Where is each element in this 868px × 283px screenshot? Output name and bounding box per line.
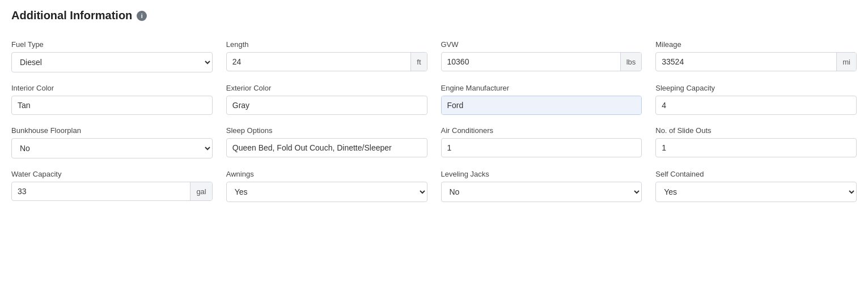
bunkhouse-floorplan-field: Bunkhouse Floorplan No Yes xyxy=(11,126,213,158)
self-contained-label: Self Contained xyxy=(655,170,857,178)
leveling-jacks-select-wrapper: No Yes xyxy=(441,182,642,202)
engine-manufacturer-field: Engine Manufacturer xyxy=(441,84,642,115)
info-icon[interactable]: i xyxy=(137,11,147,21)
length-input[interactable] xyxy=(227,53,411,71)
slide-outs-field: No. of Slide Outs xyxy=(655,126,857,158)
water-capacity-input[interactable] xyxy=(12,182,190,200)
sleep-options-input-wrapper xyxy=(226,138,427,157)
fuel-type-field: Fuel Type Diesel Gas Electric Propane xyxy=(11,40,213,72)
bunkhouse-floorplan-select[interactable]: No Yes xyxy=(12,139,212,158)
water-capacity-unit: gal xyxy=(190,182,211,200)
leveling-jacks-select[interactable]: No Yes xyxy=(442,182,642,201)
length-field: Length ft xyxy=(226,40,427,72)
air-conditioners-input[interactable] xyxy=(442,139,642,157)
mileage-input-wrapper: mi xyxy=(655,52,857,71)
gvw-unit: lbs xyxy=(620,53,642,71)
sleeping-capacity-field: Sleeping Capacity xyxy=(655,84,857,115)
self-contained-select[interactable]: Yes No xyxy=(656,182,856,201)
sleeping-capacity-label: Sleeping Capacity xyxy=(655,84,857,92)
slide-outs-label: No. of Slide Outs xyxy=(655,126,857,135)
slide-outs-input[interactable] xyxy=(656,139,856,157)
sleep-options-label: Sleep Options xyxy=(226,126,427,135)
interior-color-field: Interior Color xyxy=(11,84,213,115)
gvw-field: GVW lbs xyxy=(441,40,642,72)
awnings-select-wrapper: Yes No xyxy=(226,182,427,202)
awnings-select[interactable]: Yes No xyxy=(227,182,427,201)
exterior-color-input[interactable] xyxy=(227,96,427,114)
additional-information-section: Additional Information i Fuel Type Diese… xyxy=(0,0,868,211)
air-conditioners-field: Air Conditioners xyxy=(441,126,642,158)
sleep-options-input[interactable] xyxy=(227,139,427,157)
interior-color-input-wrapper xyxy=(11,96,213,115)
sleep-options-field: Sleep Options xyxy=(226,126,427,158)
leveling-jacks-label: Leveling Jacks xyxy=(441,170,642,178)
leveling-jacks-field: Leveling Jacks No Yes xyxy=(441,170,642,202)
gvw-input[interactable] xyxy=(442,53,620,71)
mileage-field: Mileage mi xyxy=(655,40,857,72)
self-contained-select-wrapper: Yes No xyxy=(655,182,857,202)
length-input-wrapper: ft xyxy=(226,52,427,71)
exterior-color-field: Exterior Color xyxy=(226,84,427,115)
sleeping-capacity-input-wrapper xyxy=(655,96,857,115)
mileage-unit: mi xyxy=(836,53,856,71)
form-grid: Fuel Type Diesel Gas Electric Propane Le… xyxy=(11,40,857,202)
bunkhouse-floorplan-label: Bunkhouse Floorplan xyxy=(11,126,213,135)
bunkhouse-floorplan-select-wrapper: No Yes xyxy=(11,138,213,158)
air-conditioners-input-wrapper xyxy=(441,138,642,157)
water-capacity-label: Water Capacity xyxy=(11,170,213,178)
engine-manufacturer-input[interactable] xyxy=(442,96,642,114)
fuel-type-label: Fuel Type xyxy=(11,40,213,49)
interior-color-input[interactable] xyxy=(12,96,212,114)
self-contained-field: Self Contained Yes No xyxy=(655,170,857,202)
gvw-input-wrapper: lbs xyxy=(441,52,642,71)
water-capacity-field: Water Capacity gal xyxy=(11,170,213,202)
section-title: Additional Information xyxy=(11,9,132,22)
water-capacity-input-wrapper: gal xyxy=(11,182,213,201)
gvw-label: GVW xyxy=(441,40,642,49)
length-label: Length xyxy=(226,40,427,49)
mileage-input[interactable] xyxy=(656,53,836,71)
slide-outs-input-wrapper xyxy=(655,138,857,157)
exterior-color-label: Exterior Color xyxy=(226,84,427,92)
sleeping-capacity-input[interactable] xyxy=(656,96,856,114)
fuel-type-select[interactable]: Diesel Gas Electric Propane xyxy=(12,53,212,72)
interior-color-label: Interior Color xyxy=(11,84,213,92)
air-conditioners-label: Air Conditioners xyxy=(441,126,642,135)
awnings-field: Awnings Yes No xyxy=(226,170,427,202)
engine-manufacturer-input-wrapper xyxy=(441,96,642,115)
awnings-label: Awnings xyxy=(226,170,427,178)
mileage-label: Mileage xyxy=(655,40,857,49)
length-unit: ft xyxy=(410,53,426,71)
section-header: Additional Information i xyxy=(11,9,857,27)
exterior-color-input-wrapper xyxy=(226,96,427,115)
fuel-type-select-wrapper: Diesel Gas Electric Propane xyxy=(11,52,213,72)
engine-manufacturer-label: Engine Manufacturer xyxy=(441,84,642,92)
